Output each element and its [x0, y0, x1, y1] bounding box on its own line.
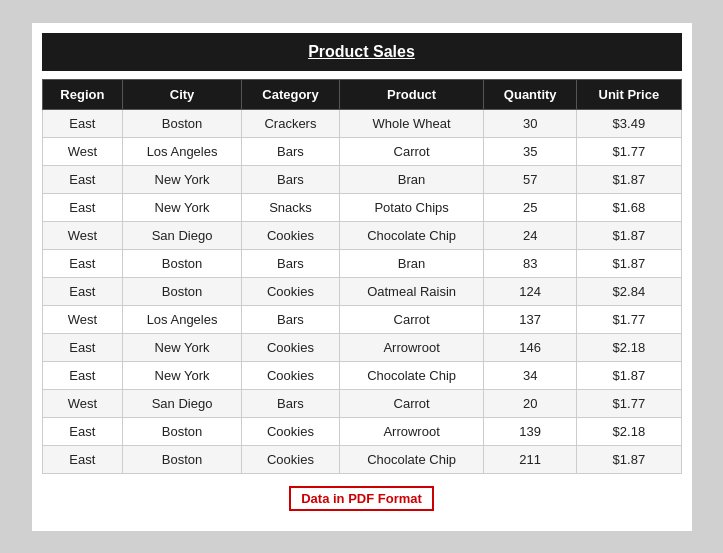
table-cell: $1.77: [577, 137, 681, 165]
table-cell: $1.87: [577, 165, 681, 193]
table-cell: $1.87: [577, 249, 681, 277]
table-cell: 124: [484, 277, 577, 305]
table-cell: $3.49: [577, 109, 681, 137]
product-sales-table: RegionCityCategoryProductQuantityUnit Pr…: [42, 79, 682, 474]
table-cell: West: [42, 389, 123, 417]
table-cell: Cookies: [241, 333, 339, 361]
table-row: EastNew YorkCookiesArrowroot146$2.18: [42, 333, 681, 361]
table-cell: Whole Wheat: [340, 109, 484, 137]
table-cell: 137: [484, 305, 577, 333]
table-cell: Cookies: [241, 445, 339, 473]
column-header: Category: [241, 79, 339, 109]
table-row: EastNew YorkBarsBran57$1.87: [42, 165, 681, 193]
table-cell: 25: [484, 193, 577, 221]
table-cell: Bars: [241, 389, 339, 417]
column-header: City: [123, 79, 242, 109]
table-cell: Chocolate Chip: [340, 445, 484, 473]
page-title: Product Sales: [308, 43, 415, 60]
table-cell: $1.77: [577, 305, 681, 333]
table-cell: $1.68: [577, 193, 681, 221]
table-cell: West: [42, 137, 123, 165]
table-cell: Cookies: [241, 417, 339, 445]
table-cell: Bars: [241, 137, 339, 165]
table-cell: Los Angeles: [123, 137, 242, 165]
table-cell: San Diego: [123, 221, 242, 249]
table-cell: Boston: [123, 109, 242, 137]
table-cell: Arrowroot: [340, 417, 484, 445]
table-cell: 57: [484, 165, 577, 193]
footer-text: Data in PDF Format: [289, 486, 434, 511]
table-cell: 35: [484, 137, 577, 165]
table-cell: $1.87: [577, 445, 681, 473]
table-row: EastBostonBarsBran83$1.87: [42, 249, 681, 277]
table-cell: Cookies: [241, 277, 339, 305]
table-cell: Oatmeal Raisin: [340, 277, 484, 305]
column-header: Product: [340, 79, 484, 109]
table-cell: Crackers: [241, 109, 339, 137]
table-cell: Boston: [123, 445, 242, 473]
table-cell: East: [42, 249, 123, 277]
table-cell: $2.84: [577, 277, 681, 305]
table-row: WestSan DiegoCookiesChocolate Chip24$1.8…: [42, 221, 681, 249]
table-row: WestLos AngelesBarsCarrot35$1.77: [42, 137, 681, 165]
table-cell: East: [42, 165, 123, 193]
table-cell: Carrot: [340, 305, 484, 333]
table-cell: 20: [484, 389, 577, 417]
table-cell: $2.18: [577, 417, 681, 445]
table-row: EastBostonCrackersWhole Wheat30$3.49: [42, 109, 681, 137]
table-row: WestLos AngelesBarsCarrot137$1.77: [42, 305, 681, 333]
table-cell: Cookies: [241, 221, 339, 249]
table-cell: New York: [123, 361, 242, 389]
table-cell: 24: [484, 221, 577, 249]
table-cell: New York: [123, 165, 242, 193]
table-cell: East: [42, 333, 123, 361]
table-cell: $1.77: [577, 389, 681, 417]
table-cell: West: [42, 221, 123, 249]
table-cell: 83: [484, 249, 577, 277]
title-bar: Product Sales: [42, 33, 682, 71]
table-cell: Arrowroot: [340, 333, 484, 361]
table-cell: Carrot: [340, 389, 484, 417]
table-cell: East: [42, 445, 123, 473]
table-cell: San Diego: [123, 389, 242, 417]
table-cell: Boston: [123, 277, 242, 305]
column-header: Region: [42, 79, 123, 109]
table-cell: East: [42, 277, 123, 305]
table-cell: East: [42, 361, 123, 389]
table-row: EastBostonCookiesOatmeal Raisin124$2.84: [42, 277, 681, 305]
table-cell: East: [42, 417, 123, 445]
table-row: EastNew YorkCookiesChocolate Chip34$1.87: [42, 361, 681, 389]
table-cell: Bars: [241, 165, 339, 193]
table-cell: Chocolate Chip: [340, 361, 484, 389]
table-cell: Boston: [123, 417, 242, 445]
table-cell: Bars: [241, 249, 339, 277]
table-cell: Bran: [340, 249, 484, 277]
table-cell: Carrot: [340, 137, 484, 165]
table-row: EastBostonCookiesArrowroot139$2.18: [42, 417, 681, 445]
table-header-row: RegionCityCategoryProductQuantityUnit Pr…: [42, 79, 681, 109]
table-cell: East: [42, 109, 123, 137]
table-row: EastNew YorkSnacksPotato Chips25$1.68: [42, 193, 681, 221]
table-cell: Boston: [123, 249, 242, 277]
table-cell: Chocolate Chip: [340, 221, 484, 249]
footer-label: Data in PDF Format: [42, 486, 682, 511]
table-row: WestSan DiegoBarsCarrot20$1.77: [42, 389, 681, 417]
table-cell: East: [42, 193, 123, 221]
column-header: Quantity: [484, 79, 577, 109]
table-cell: $2.18: [577, 333, 681, 361]
table-cell: Potato Chips: [340, 193, 484, 221]
table-cell: 139: [484, 417, 577, 445]
table-cell: 146: [484, 333, 577, 361]
table-cell: Cookies: [241, 361, 339, 389]
table-cell: 211: [484, 445, 577, 473]
table-cell: Bran: [340, 165, 484, 193]
table-cell: 34: [484, 361, 577, 389]
table-cell: $1.87: [577, 361, 681, 389]
table-cell: $1.87: [577, 221, 681, 249]
table-cell: West: [42, 305, 123, 333]
table-cell: Los Angeles: [123, 305, 242, 333]
table-cell: Bars: [241, 305, 339, 333]
column-header: Unit Price: [577, 79, 681, 109]
table-row: EastBostonCookiesChocolate Chip211$1.87: [42, 445, 681, 473]
table-cell: Snacks: [241, 193, 339, 221]
